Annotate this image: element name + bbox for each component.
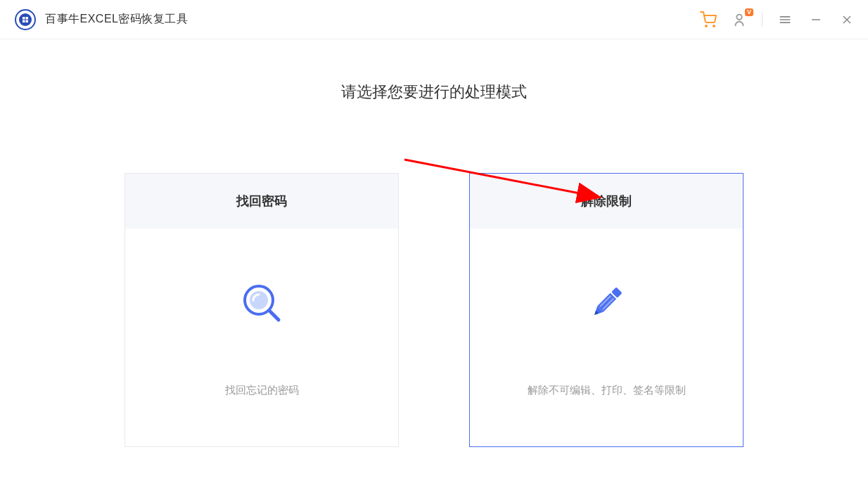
svg-rect-4 xyxy=(23,20,25,22)
close-icon[interactable] xyxy=(838,11,855,28)
svg-point-7 xyxy=(713,25,715,27)
svg-point-8 xyxy=(736,14,741,19)
svg-line-17 xyxy=(270,311,279,320)
svg-rect-2 xyxy=(23,17,25,20)
minimize-icon[interactable] xyxy=(808,11,824,28)
main-content: 请选择您要进行的处理模式 找回密码 找回忘记的密码 解除限制 xyxy=(0,39,868,447)
card-body: 解除不可编辑、打印、签名等限制 xyxy=(470,228,743,446)
titlebar-divider xyxy=(762,13,762,27)
card-remove-restriction[interactable]: 解除限制 解除不可编辑、打印、签名等限制 xyxy=(469,173,743,447)
card-recover-password[interactable]: 找回密码 找回忘记的密码 xyxy=(125,173,399,447)
user-icon[interactable]: V xyxy=(731,11,748,28)
mode-cards: 找回密码 找回忘记的密码 解除限制 xyxy=(0,173,868,447)
menu-icon[interactable] xyxy=(777,11,793,28)
svg-point-1 xyxy=(19,13,32,26)
cart-icon[interactable] xyxy=(700,11,717,28)
titlebar-left: 百事牛EXCEL密码恢复工具 xyxy=(14,8,188,31)
page-heading: 请选择您要进行的处理模式 xyxy=(0,82,868,103)
svg-rect-3 xyxy=(26,17,29,20)
app-logo xyxy=(14,8,37,31)
svg-rect-5 xyxy=(26,20,29,22)
app-title: 百事牛EXCEL密码恢复工具 xyxy=(45,12,188,27)
pencil-icon xyxy=(582,278,631,328)
card-title: 找回密码 xyxy=(125,174,398,228)
magnifier-icon xyxy=(237,278,286,328)
titlebar-right: V xyxy=(700,11,855,28)
svg-point-6 xyxy=(706,25,707,27)
card-desc: 找回忘记的密码 xyxy=(225,384,299,397)
card-desc: 解除不可编辑、打印、签名等限制 xyxy=(528,384,686,397)
titlebar: 百事牛EXCEL密码恢复工具 V xyxy=(0,0,868,39)
card-title: 解除限制 xyxy=(470,174,743,228)
card-body: 找回忘记的密码 xyxy=(125,228,398,446)
user-badge: V xyxy=(745,8,753,16)
